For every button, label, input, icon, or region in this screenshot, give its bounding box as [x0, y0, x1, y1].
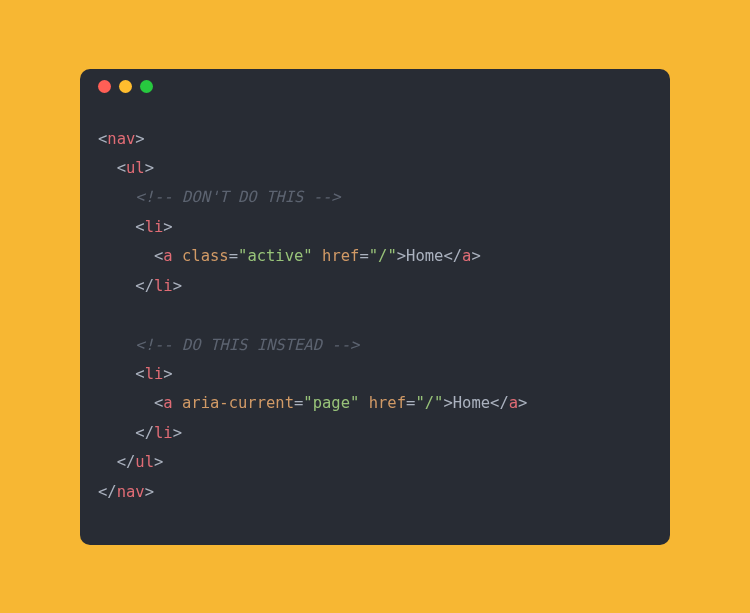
attr-href: href — [369, 394, 406, 412]
attr-href: href — [322, 247, 359, 265]
attr-class: class — [182, 247, 229, 265]
punc-ltsl: </ — [117, 453, 136, 471]
punc-ltsl: </ — [98, 483, 117, 501]
punc-gt: > — [135, 130, 144, 148]
str-slash: "/" — [369, 247, 397, 265]
str-slash: "/" — [415, 394, 443, 412]
tag-nav-close: nav — [117, 483, 145, 501]
tag-ul: ul — [126, 159, 145, 177]
punc-eq: = — [406, 394, 415, 412]
tag-a: a — [163, 247, 172, 265]
punc-gt: > — [163, 218, 172, 236]
punc-gt: > — [471, 247, 480, 265]
attr-aria-current: aria-current — [182, 394, 294, 412]
punc-ltsl: </ — [135, 424, 154, 442]
close-icon[interactable] — [98, 80, 111, 93]
maximize-icon[interactable] — [140, 80, 153, 93]
punc-lt: < — [135, 365, 144, 383]
comment-do: <!-- DO THIS INSTEAD --> — [135, 336, 359, 354]
punc-lt: < — [154, 247, 163, 265]
punc-ltsl: </ — [490, 394, 509, 412]
punc-gt: > — [443, 394, 452, 412]
tag-li-close: li — [154, 424, 173, 442]
window-titlebar — [80, 69, 670, 105]
punc-lt: < — [98, 130, 107, 148]
tag-li: li — [145, 218, 164, 236]
punc-lt: < — [154, 394, 163, 412]
punc-gt: > — [145, 159, 154, 177]
tag-ul-close: ul — [135, 453, 154, 471]
punc-gt: > — [163, 365, 172, 383]
code-block: <nav> <ul> <!-- DON'T DO THIS --> <li> <… — [80, 105, 670, 545]
punc-ltsl: </ — [135, 277, 154, 295]
punc-ltsl: </ — [443, 247, 462, 265]
punc-lt: < — [135, 218, 144, 236]
punc-gt: > — [518, 394, 527, 412]
tag-li-close: li — [154, 277, 173, 295]
punc-eq: = — [229, 247, 238, 265]
minimize-icon[interactable] — [119, 80, 132, 93]
tag-li: li — [145, 365, 164, 383]
punc-gt: > — [145, 483, 154, 501]
str-page: "page" — [303, 394, 359, 412]
text-home: Home — [453, 394, 490, 412]
tag-a: a — [163, 394, 172, 412]
text-home: Home — [406, 247, 443, 265]
punc-gt: > — [154, 453, 163, 471]
punc-eq: = — [359, 247, 368, 265]
tag-a-close: a — [509, 394, 518, 412]
comment-dont: <!-- DON'T DO THIS --> — [135, 188, 340, 206]
punc-eq: = — [294, 394, 303, 412]
tag-a-close: a — [462, 247, 471, 265]
punc-gt: > — [397, 247, 406, 265]
punc-gt: > — [173, 424, 182, 442]
punc-lt: < — [117, 159, 126, 177]
str-active: "active" — [238, 247, 313, 265]
punc-gt: > — [173, 277, 182, 295]
tag-nav: nav — [107, 130, 135, 148]
code-window: <nav> <ul> <!-- DON'T DO THIS --> <li> <… — [80, 69, 670, 545]
